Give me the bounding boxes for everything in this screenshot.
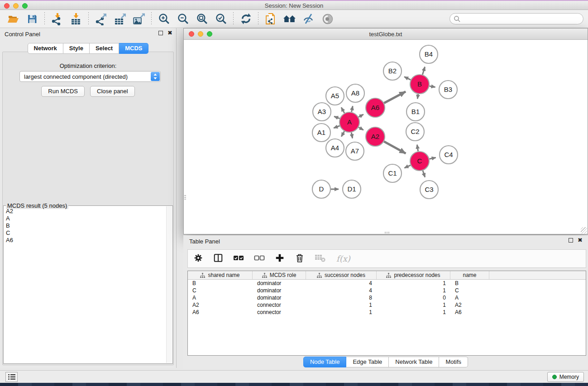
edge-A-A8[interactable] — [352, 106, 353, 112]
mcds-result-item[interactable]: A — [6, 215, 165, 222]
tab-style[interactable]: Style — [63, 43, 90, 54]
column-header-predecessor-nodes[interactable]: predecessor nodes — [377, 271, 450, 279]
table-cell[interactable]: A2 — [188, 301, 253, 309]
show-columns-button[interactable] — [213, 253, 223, 265]
edge-C-C1[interactable] — [404, 165, 410, 168]
network-canvas[interactable]: B4B2BB3A5A8A6A3B1AA1C2A2A4A7C4CC1DD1C3 — [184, 40, 588, 234]
mcds-result-item[interactable]: C — [6, 229, 165, 237]
float-panel-icon[interactable] — [158, 31, 163, 35]
tab-network[interactable]: Network — [28, 43, 63, 54]
table-settings-button[interactable] — [193, 253, 203, 265]
table-cell[interactable]: 4 — [306, 280, 377, 287]
column-header-successor-nodes[interactable]: successor nodes — [306, 271, 377, 279]
edge-A6-B[interactable] — [384, 91, 406, 103]
mcds-result-item[interactable]: B — [6, 222, 165, 229]
table-cell[interactable]: 1 — [377, 301, 450, 309]
table-cell[interactable]: C — [188, 287, 253, 294]
table-cell[interactable]: 1 — [377, 287, 450, 294]
export-image-button[interactable] — [129, 11, 148, 27]
edge-B-B3[interactable] — [430, 86, 435, 87]
delete-table-button[interactable] — [315, 253, 326, 264]
table-cell[interactable]: connector — [253, 301, 306, 309]
edge-A2-C[interactable] — [384, 142, 406, 153]
edge-A-A3[interactable] — [334, 116, 339, 119]
table-row[interactable]: A6connector11A6 — [188, 309, 586, 316]
edge-A-A5[interactable] — [341, 107, 344, 113]
table-row[interactable]: Adominator80A — [188, 294, 586, 301]
column-header-MCDS-role[interactable]: MCDS role — [253, 271, 306, 279]
network-window-titlebar[interactable]: testGlobe.txt — [184, 29, 588, 40]
search-input[interactable] — [464, 14, 579, 24]
table-row[interactable]: Bdominator41B — [188, 280, 586, 287]
table-row[interactable]: A2connector11A2 — [188, 301, 586, 309]
table-cell[interactable]: A — [450, 294, 489, 301]
tab-edge-table[interactable]: Edge Table — [346, 357, 389, 367]
table-cell[interactable]: A2 — [450, 301, 489, 309]
zoom-in-button[interactable] — [154, 11, 173, 27]
table-cell[interactable]: 8 — [306, 294, 377, 301]
edge-A-A4[interactable] — [341, 131, 344, 137]
table-cell[interactable]: A6 — [188, 309, 253, 316]
import-table-button[interactable] — [67, 11, 86, 27]
open-file-button[interactable] — [4, 11, 23, 27]
criterion-select[interactable]: largest connected component (directed) — [19, 71, 161, 82]
zoom-fit-button[interactable] — [192, 11, 211, 27]
memory-button[interactable]: Memory — [547, 372, 584, 382]
table-cell[interactable]: dominator — [253, 280, 306, 287]
tab-select[interactable]: Select — [90, 43, 119, 54]
table-cell[interactable]: 0 — [377, 294, 450, 301]
tab-motifs[interactable]: Motifs — [439, 357, 468, 367]
run-mcds-button[interactable]: Run MCDS — [41, 86, 85, 97]
table-cell[interactable]: 1 — [306, 301, 377, 309]
table-cell[interactable]: 1 — [306, 309, 377, 316]
close-table-panel-icon[interactable]: ✖ — [578, 238, 583, 243]
zoom-out-button[interactable] — [173, 11, 192, 27]
tab-node-table[interactable]: Node Table — [303, 357, 347, 367]
mcds-result-item[interactable]: A2 — [6, 208, 165, 215]
close-panel-button[interactable]: Close panel — [90, 86, 135, 97]
export-table-button[interactable] — [110, 11, 129, 27]
table-cell[interactable]: A — [188, 294, 253, 301]
import-network-button[interactable] — [48, 11, 67, 27]
save-session-button[interactable] — [23, 11, 42, 27]
table-cell[interactable]: B — [188, 280, 253, 287]
add-row-button[interactable] — [275, 253, 285, 265]
table-cell[interactable]: dominator — [253, 287, 306, 294]
edge-A-A1[interactable] — [334, 126, 339, 128]
task-history-button[interactable] — [5, 372, 18, 382]
delete-row-button[interactable] — [295, 253, 305, 265]
new-network-from-selection-button[interactable] — [261, 11, 280, 27]
refresh-button[interactable] — [236, 11, 255, 27]
float-table-panel-icon[interactable] — [569, 238, 573, 243]
table-cell[interactable]: 1 — [377, 309, 450, 316]
resize-grip-icon[interactable] — [581, 227, 587, 234]
table-cell[interactable]: A6 — [450, 309, 489, 316]
table-cell[interactable]: connector — [253, 309, 306, 316]
close-panel-icon[interactable]: ✖ — [167, 31, 172, 35]
hide-selected-button[interactable] — [299, 11, 318, 27]
deselect-all-button[interactable] — [254, 254, 265, 264]
column-header-name[interactable]: name — [450, 271, 489, 279]
table-cell[interactable]: C — [450, 287, 489, 294]
edge-A-A6[interactable] — [359, 114, 363, 117]
edge-C-C2[interactable] — [417, 145, 418, 152]
column-header-shared-name[interactable]: shared name — [188, 271, 253, 279]
export-network-button[interactable] — [91, 11, 110, 27]
table-cell[interactable]: 1 — [377, 280, 450, 287]
first-neighbors-button[interactable] — [280, 11, 299, 27]
edge-B-B2[interactable] — [404, 77, 411, 80]
edge-A-A2[interactable] — [359, 127, 363, 130]
show-graphics-details-button[interactable] — [318, 11, 337, 27]
select-all-button[interactable] — [233, 254, 244, 264]
edge-B-B1[interactable] — [417, 94, 418, 99]
edge-C-C4[interactable] — [429, 157, 435, 159]
zoom-selected-button[interactable] — [211, 11, 230, 27]
tab-network-table[interactable]: Network Table — [389, 357, 439, 367]
tab-mcds[interactable]: MCDS — [119, 43, 148, 54]
function-builder-button[interactable]: f(x) — [336, 254, 350, 263]
table-cell[interactable]: dominator — [253, 294, 306, 301]
edge-B-B4[interactable] — [422, 67, 425, 75]
table-cell[interactable]: B — [450, 280, 489, 287]
table-cell[interactable]: 4 — [306, 287, 377, 294]
edge-A-A7[interactable] — [351, 133, 352, 138]
